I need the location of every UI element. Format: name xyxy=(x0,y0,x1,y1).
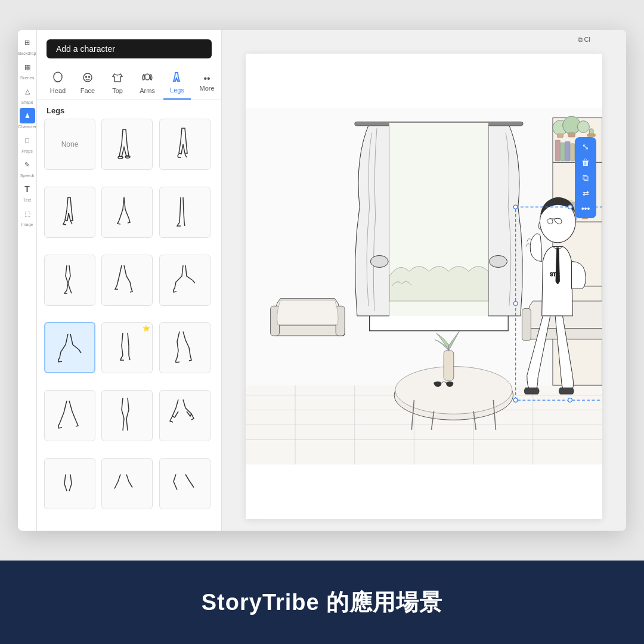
svg-point-3 xyxy=(89,76,90,78)
context-scale-btn[interactable]: ⤡ xyxy=(577,140,594,154)
section-title: Legs xyxy=(37,100,221,119)
room-scene: STR xyxy=(246,54,602,519)
legs-option-5[interactable] xyxy=(159,187,210,238)
svg-point-6 xyxy=(125,156,130,158)
tab-head-label: Head xyxy=(50,87,66,94)
sidebar-label-backdrop: Backdrop xyxy=(18,51,36,55)
legs-option-11[interactable] xyxy=(159,322,210,373)
svg-rect-28 xyxy=(555,140,560,161)
svg-rect-51 xyxy=(273,326,345,336)
legs-option-14[interactable] xyxy=(159,390,210,441)
tab-face[interactable]: Face xyxy=(74,66,101,99)
sidebar-item-backdrop[interactable]: ⊞ xyxy=(20,35,35,50)
canvas-area[interactable]: ⧉ Cl xyxy=(222,30,626,531)
tab-more-label: More xyxy=(199,85,214,92)
svg-rect-40 xyxy=(587,134,595,137)
legs-option-6[interactable] xyxy=(44,255,95,306)
svg-rect-37 xyxy=(557,134,563,138)
sidebar-label-character: Character xyxy=(18,125,36,129)
tab-face-label: Face xyxy=(80,87,95,94)
svg-rect-30 xyxy=(565,141,570,160)
sidebar-item-character[interactable]: ♟ xyxy=(20,108,35,123)
main-area: ⊞ Backdrop ▦ Scenes △ Shape ♟ Character … xyxy=(0,0,644,561)
legs-option-2[interactable] xyxy=(159,119,210,170)
legs-option-15[interactable] xyxy=(44,458,95,509)
legs-option-16[interactable] xyxy=(101,458,153,509)
tab-legs-label: Legs xyxy=(170,86,184,94)
legs-option-17[interactable] xyxy=(159,458,210,509)
context-flip-btn[interactable]: ⇄ xyxy=(577,186,594,200)
copy-icon[interactable]: ⧉ Cl xyxy=(578,36,590,44)
sidebar-label-props: Props xyxy=(21,149,32,153)
legs-option-9[interactable] xyxy=(44,322,95,373)
legs-option-8[interactable] xyxy=(159,255,210,306)
svg-rect-29 xyxy=(561,143,565,161)
tab-arms[interactable]: Arms xyxy=(134,66,161,99)
tab-top-label: Top xyxy=(112,87,123,94)
tab-legs[interactable]: Legs xyxy=(163,66,191,100)
legs-option-12[interactable] xyxy=(44,390,95,441)
svg-point-5 xyxy=(118,156,123,159)
add-character-button[interactable]: Add a character xyxy=(47,39,212,58)
tab-more[interactable]: •• More xyxy=(193,69,221,97)
sidebar-label-shape: Shape xyxy=(21,100,33,104)
sidebar-label-speech: Speech xyxy=(20,174,35,178)
arms-icon xyxy=(141,71,154,86)
svg-point-74 xyxy=(513,302,518,306)
context-menu: ⤡ 🗑 ⧉ ⇄ ••• xyxy=(575,137,596,218)
svg-point-70 xyxy=(513,398,518,402)
svg-point-36 xyxy=(577,121,589,133)
tab-arms-label: Arms xyxy=(140,87,155,94)
context-delete-btn[interactable]: 🗑 xyxy=(577,155,594,169)
sidebar-item-scenes[interactable]: ▦ xyxy=(20,59,35,75)
premium-star: ⭐ xyxy=(143,325,150,332)
sidebar-item-text[interactable]: T xyxy=(20,181,35,197)
sidebar-label-scenes: Scenes xyxy=(20,76,34,80)
top-icon xyxy=(111,71,124,86)
category-tabs: Head Face xyxy=(37,66,221,100)
tool-sidebar: ⊞ Backdrop ▦ Scenes △ Shape ♟ Character … xyxy=(18,30,37,531)
head-icon xyxy=(51,71,64,86)
context-more-btn[interactable]: ••• xyxy=(577,202,594,216)
tab-head[interactable]: Head xyxy=(44,66,72,99)
more-icon: •• xyxy=(203,74,210,83)
sidebar-label-image: Image xyxy=(21,222,33,227)
bottom-bar: StoryTribe 的應用場景 xyxy=(0,561,644,644)
sidebar-item-shape[interactable]: △ xyxy=(20,83,35,99)
legs-option-13[interactable] xyxy=(101,390,153,441)
tab-top[interactable]: Top xyxy=(104,66,131,99)
legs-option-3[interactable] xyxy=(44,187,95,238)
svg-rect-31 xyxy=(571,144,575,161)
svg-point-68 xyxy=(513,205,518,209)
sidebar-item-image[interactable]: ⬚ xyxy=(20,206,35,221)
context-duplicate-btn[interactable]: ⧉ xyxy=(577,171,594,185)
character-panel: Add a character Head xyxy=(37,30,222,531)
svg-text:STR: STR xyxy=(550,271,560,277)
svg-point-73 xyxy=(568,398,572,402)
svg-rect-62 xyxy=(522,308,531,340)
sidebar-item-props[interactable]: □ xyxy=(20,132,35,148)
svg-point-4 xyxy=(145,74,150,80)
legs-option-none[interactable]: None xyxy=(44,119,95,170)
legs-option-1[interactable] xyxy=(101,119,153,170)
svg-point-72 xyxy=(568,205,572,209)
app-window: ⊞ Backdrop ▦ Scenes △ Shape ♟ Character … xyxy=(18,30,626,531)
sidebar-item-speech[interactable]: ✎ xyxy=(20,157,35,172)
legs-option-7[interactable] xyxy=(101,255,153,306)
svg-point-21 xyxy=(490,256,507,268)
sidebar-label-text: Text xyxy=(23,198,31,202)
legs-option-4[interactable] xyxy=(101,187,153,238)
canvas-toolbar: ⧉ Cl xyxy=(578,36,590,44)
face-icon xyxy=(81,71,94,86)
svg-point-2 xyxy=(86,76,87,78)
legs-grid: None xyxy=(37,119,221,531)
svg-point-1 xyxy=(83,73,92,82)
legs-option-10[interactable]: ⭐ xyxy=(101,322,153,373)
svg-rect-60 xyxy=(444,351,454,380)
bottom-bar-text: StoryTribe 的應用場景 xyxy=(202,587,443,618)
legs-icon xyxy=(171,70,184,85)
svg-rect-38 xyxy=(568,133,575,137)
svg-point-0 xyxy=(54,72,62,82)
drawing-canvas: STR xyxy=(246,54,602,519)
svg-point-20 xyxy=(370,256,388,268)
